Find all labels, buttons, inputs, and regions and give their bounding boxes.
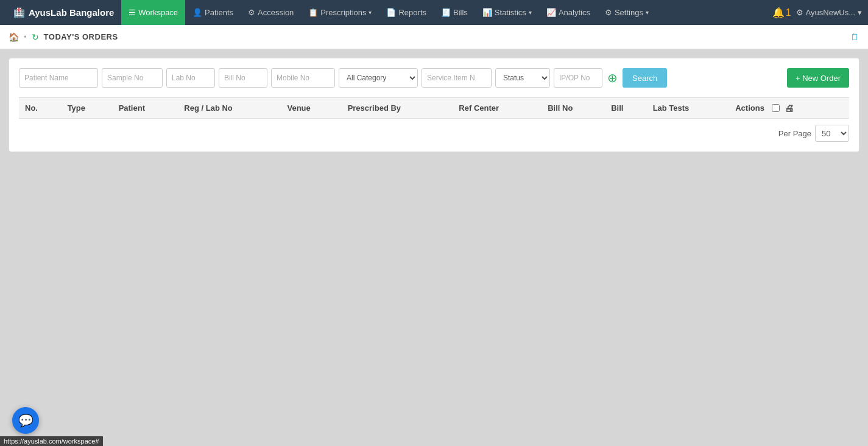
ipop-no-input[interactable] [554, 68, 602, 88]
nav-item-bills[interactable]: 🧾 Bills [434, 0, 475, 25]
col-bill-no: Bill No [542, 98, 605, 119]
nav-right: 🔔 1 ⚙ AyusNewUs... ▾ [772, 7, 862, 18]
workspace-icon: ☰ [129, 8, 136, 17]
settings-caret: ▾ [646, 9, 649, 16]
user-menu[interactable]: ⚙ AyusNewUs... ▾ [796, 8, 862, 17]
nav-item-accession[interactable]: ⚙ Accession [241, 0, 301, 25]
per-page-row: Per Page 10 25 50 100 [19, 125, 849, 142]
nav-label-statistics: Statistics [495, 8, 526, 17]
status-select[interactable]: Status [495, 68, 550, 88]
nav-items: ☰ Workspace 👤 Patients ⚙ Accession 📋 Pre… [121, 0, 772, 25]
search-row: All Category Status ⊕ Search + New Order [19, 68, 849, 88]
nav-label-bills: Bills [453, 8, 468, 17]
orders-table-container: No. Type Patient Reg / Lab No Venue Pres… [19, 97, 849, 119]
add-filter-button[interactable]: ⊕ [606, 72, 619, 84]
prescriptions-caret: ▾ [369, 9, 372, 16]
breadcrumb-separator: • [24, 32, 27, 41]
nav-label-workspace: Workspace [138, 8, 178, 17]
prescriptions-icon: 📋 [308, 8, 318, 17]
col-patient: Patient [113, 98, 178, 119]
brand[interactable]: 🏥 AyusLab Bangalore [6, 7, 121, 18]
col-ref-center: Ref Center [453, 98, 542, 119]
category-select[interactable]: All Category [339, 68, 418, 88]
breadcrumb-title: TODAY'S ORDERS [44, 32, 118, 41]
col-reg-lab-no: Reg / Lab No [178, 98, 281, 119]
main-content: All Category Status ⊕ Search + New Order… [0, 49, 868, 161]
nav-item-statistics[interactable]: 📊 Statistics ▾ [475, 0, 539, 25]
per-page-label: Per Page [778, 129, 811, 138]
orders-card: All Category Status ⊕ Search + New Order… [9, 58, 859, 152]
lab-no-input[interactable] [166, 68, 215, 88]
table-print-icon[interactable]: 🖨 [785, 103, 794, 113]
per-page-select[interactable]: 10 25 50 100 [815, 125, 849, 142]
nav-item-settings[interactable]: ⚙ Settings ▾ [598, 0, 656, 25]
col-actions: Actions 🖨 [729, 98, 849, 119]
refresh-icon[interactable]: ↻ [32, 32, 39, 42]
col-no: No. [19, 98, 62, 119]
user-name: AyusNewUs... [806, 8, 855, 17]
col-bill: Bill [605, 98, 646, 119]
nav-item-reports[interactable]: 📄 Reports [379, 0, 434, 25]
bill-no-input[interactable] [219, 68, 267, 88]
service-item-input[interactable] [422, 68, 492, 88]
nav-label-accession: Accession [258, 8, 294, 17]
bills-icon: 🧾 [441, 8, 451, 17]
sample-no-input[interactable] [102, 68, 163, 88]
col-prescribed-by: Prescribed By [342, 98, 453, 119]
statistics-icon: 📊 [482, 8, 492, 17]
select-all-checkbox[interactable] [772, 104, 780, 112]
patients-icon: 👤 [192, 8, 202, 17]
nav-label-analytics: Analytics [559, 8, 590, 17]
print-icon[interactable]: 🗒 [850, 32, 859, 42]
mobile-no-input[interactable] [271, 68, 335, 88]
home-icon[interactable]: 🏠 [9, 32, 19, 42]
orders-table: No. Type Patient Reg / Lab No Venue Pres… [19, 97, 849, 119]
reports-icon: 📄 [386, 8, 396, 17]
col-lab-tests: Lab Tests [647, 98, 730, 119]
nav-label-settings: Settings [615, 8, 643, 17]
search-button[interactable]: Search [623, 68, 667, 88]
new-order-button[interactable]: + New Order [787, 68, 849, 88]
accession-icon: ⚙ [248, 8, 255, 17]
user-caret: ▾ [858, 8, 862, 17]
col-type: Type [62, 98, 113, 119]
statistics-caret: ▾ [529, 9, 532, 16]
nav-label-prescriptions: Prescriptions [320, 8, 366, 17]
nav-label-patients: Patients [205, 8, 233, 17]
col-venue: Venue [281, 98, 341, 119]
nav-label-reports: Reports [398, 8, 426, 17]
navbar: 🏥 AyusLab Bangalore ☰ Workspace 👤 Patien… [0, 0, 868, 25]
settings-icon: ⚙ [605, 8, 612, 17]
nav-item-analytics[interactable]: 📈 Analytics [539, 0, 598, 25]
brand-name: AyusLab Bangalore [29, 7, 114, 18]
actions-label: Actions [735, 103, 764, 113]
table-header-row: No. Type Patient Reg / Lab No Venue Pres… [19, 98, 849, 119]
analytics-icon: 📈 [546, 8, 556, 17]
brand-icon: 🏥 [13, 7, 25, 18]
patient-name-input[interactable] [19, 68, 98, 88]
nav-item-prescriptions[interactable]: 📋 Prescriptions ▾ [301, 0, 379, 25]
breadcrumb: 🏠 • ↻ TODAY'S ORDERS 🗒 [0, 25, 868, 49]
nav-item-workspace[interactable]: ☰ Workspace [121, 0, 185, 25]
nav-item-patients[interactable]: 👤 Patients [185, 0, 241, 25]
bell-count: 1 [786, 7, 791, 18]
notification-bell[interactable]: 🔔 1 [772, 7, 791, 18]
